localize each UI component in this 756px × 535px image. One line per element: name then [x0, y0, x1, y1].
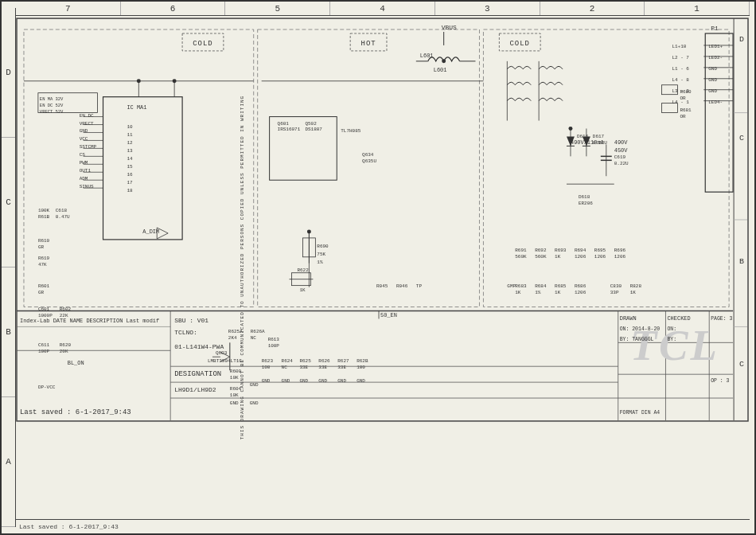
- svg-text:13: 13: [127, 148, 133, 154]
- svg-text:1K: 1K: [630, 290, 637, 295]
- svg-text:33E: 33E: [318, 365, 327, 370]
- svg-text:2K4: 2K4: [228, 335, 237, 341]
- svg-text:100: 100: [357, 365, 365, 370]
- svg-text:L601: L601: [434, 67, 447, 73]
- svg-text:FORMAT DIN A4: FORMAT DIN A4: [620, 410, 661, 416]
- svg-text:R046: R046: [396, 283, 408, 289]
- svg-text:R828: R828: [630, 283, 642, 289]
- svg-text:SBU : V01: SBU : V01: [174, 317, 208, 324]
- row-b: B: [2, 268, 15, 397]
- svg-text:10: 10: [127, 124, 133, 130]
- svg-text:R691: R691: [515, 248, 527, 253]
- svg-text:R045: R045: [376, 283, 388, 289]
- svg-point-216: [442, 59, 446, 63]
- svg-text:100P: 100P: [268, 343, 280, 349]
- svg-text:C619: C619: [614, 154, 626, 160]
- svg-text:ON:: ON:: [667, 326, 676, 332]
- svg-text:GND: GND: [357, 378, 365, 384]
- svg-text:GND: GND: [708, 66, 717, 72]
- svg-text:GND: GND: [230, 400, 239, 406]
- svg-text:R624: R624: [282, 358, 294, 364]
- svg-text:C601: C601: [38, 307, 50, 313]
- svg-text:R601: R601: [38, 283, 50, 289]
- svg-text:TCLNO:: TCLNO:: [174, 329, 197, 336]
- svg-text:COLD: COLD: [510, 40, 530, 48]
- svg-text:R62B: R62B: [357, 358, 368, 364]
- svg-text:DRAWN: DRAWN: [620, 315, 637, 322]
- svg-text:R613: R613: [268, 337, 280, 342]
- row-a: A: [2, 397, 15, 527]
- svg-text:NC: NC: [251, 335, 257, 341]
- svg-text:R692: R692: [535, 248, 547, 253]
- svg-text:1K: 1K: [515, 290, 521, 295]
- svg-text:LED1+: LED1+: [708, 44, 723, 49]
- col-4: 4: [330, 2, 435, 15]
- svg-text:GND: GND: [708, 77, 717, 83]
- svg-text:SSTCMP: SSTCMP: [80, 144, 97, 150]
- svg-text:R622: R622: [297, 268, 309, 273]
- svg-text:01-L141W4-PWA: 01-L141W4-PWA: [174, 343, 224, 350]
- svg-text:L1 - 6: L1 - 6: [672, 66, 689, 72]
- svg-text:LED2-: LED2-: [708, 55, 723, 61]
- schematic-container: THIS DRAWING CANNOT BE COMMUNICATED TO U…: [0, 0, 756, 535]
- svg-text:R685: R685: [555, 283, 567, 289]
- svg-text:GR: GR: [38, 244, 45, 250]
- svg-text:R626: R626: [318, 358, 330, 364]
- svg-text:R602: R602: [60, 307, 72, 313]
- svg-text:R604: R604: [230, 386, 242, 392]
- svg-text:IC MA1: IC MA1: [127, 104, 146, 111]
- svg-text:C618: C618: [56, 208, 68, 213]
- svg-text:R694: R694: [575, 248, 586, 253]
- svg-text:PAGE: 3: PAGE: 3: [711, 316, 732, 322]
- svg-text:EN MA 32V: EN MA 32V: [40, 96, 64, 102]
- svg-text:R623: R623: [262, 358, 274, 364]
- svg-text:BY:: BY:: [667, 337, 676, 342]
- svg-text:GND: GND: [250, 382, 259, 388]
- svg-text:R620: R620: [60, 342, 72, 348]
- svg-point-217: [568, 127, 572, 131]
- svg-text:D618: D618: [579, 194, 590, 200]
- svg-text:NC: NC: [282, 365, 288, 370]
- svg-text:20K: 20K: [60, 349, 68, 354]
- svg-text:R683: R683: [515, 283, 527, 289]
- svg-text:D617: D617: [593, 134, 605, 139]
- svg-text:TL7H085: TL7H085: [341, 128, 360, 134]
- svg-text:GND: GND: [318, 378, 327, 384]
- svg-text:OUT1: OUT1: [80, 168, 92, 174]
- column-markers-top: 7 6 5 4 3 2 1: [16, 2, 750, 16]
- svg-text:CHECKED: CHECKED: [667, 315, 690, 322]
- svg-text:1206: 1206: [575, 254, 586, 260]
- svg-text:47K: 47K: [38, 262, 47, 268]
- svg-text:BY: TANGGGL: BY: TANGGGL: [620, 337, 654, 342]
- svg-text:SINUS: SINUS: [80, 184, 94, 189]
- svg-text:ADM: ADM: [80, 176, 88, 182]
- svg-text:100: 100: [262, 365, 271, 370]
- svg-text:GND: GND: [262, 378, 271, 384]
- svg-text:490V/110mA: 490V/110mA: [571, 139, 605, 146]
- col-2: 2: [540, 2, 645, 15]
- svg-text:GND: GND: [708, 88, 717, 94]
- row-d: D: [2, 8, 15, 138]
- svg-text:R680: R680: [680, 89, 692, 95]
- svg-text:DS1807: DS1807: [305, 127, 322, 132]
- svg-text:GND: GND: [250, 400, 259, 406]
- svg-text:10K: 10K: [230, 375, 239, 381]
- svg-text:Last saved : 6-1-2017_9:43: Last saved : 6-1-2017_9:43: [20, 408, 131, 416]
- svg-text:VRECT: VRECT: [80, 121, 94, 127]
- svg-text:EN DC 52V: EN DC 52V: [40, 103, 64, 108]
- svg-text:1206: 1206: [614, 254, 626, 260]
- svg-text:OR: OR: [680, 96, 686, 101]
- svg-text:LH9D1/LH9D2: LH9D1/LH9D2: [174, 386, 216, 393]
- svg-text:OR: OR: [680, 114, 686, 119]
- svg-text:1K: 1K: [555, 290, 561, 295]
- col-1: 1: [645, 2, 750, 15]
- svg-text:1K: 1K: [299, 287, 306, 293]
- svg-text:R693: R693: [555, 248, 567, 253]
- svg-text:R696: R696: [614, 248, 626, 253]
- svg-text:75K: 75K: [317, 252, 325, 257]
- svg-text:C: C: [739, 134, 744, 143]
- svg-text:D: D: [739, 35, 744, 44]
- svg-rect-16: [24, 29, 254, 307]
- svg-text:1206: 1206: [594, 254, 606, 260]
- svg-text:1%: 1%: [535, 290, 541, 295]
